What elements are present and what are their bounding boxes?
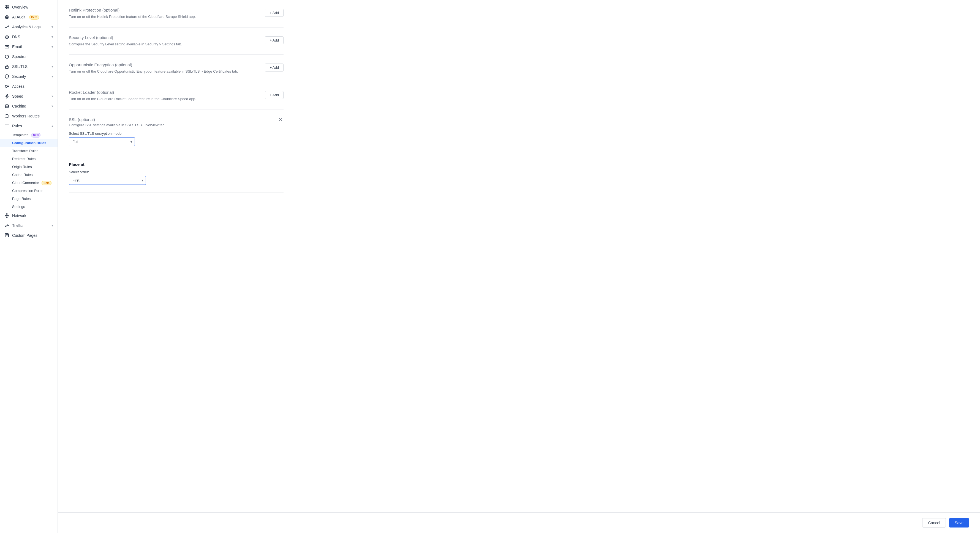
sub-item-cloud-connector[interactable]: Cloud Connector Beta <box>0 179 57 187</box>
sub-item-compression-rules[interactable]: Compression Rules <box>0 187 57 195</box>
footer-bar: Cancel Save <box>58 512 980 533</box>
ssl-close-button[interactable]: ✕ <box>277 117 283 122</box>
chevron-icon: ▾ <box>51 224 53 227</box>
sidebar-item-traffic[interactable]: Traffic ▾ <box>0 220 57 230</box>
ssl-section: SSL (optional) Configure SSL settings av… <box>69 109 283 154</box>
sub-item-origin-rules[interactable]: Origin Rules <box>0 163 57 171</box>
security-level-add-button[interactable]: + Add <box>265 36 283 44</box>
place-at-label: Select order: <box>69 170 283 174</box>
sidebar-item-label: Overview <box>12 5 28 10</box>
ssl-title: SSL (optional) <box>69 117 165 122</box>
overview-icon <box>5 5 10 10</box>
beta-badge: Beta <box>29 15 39 19</box>
chevron-icon: ▾ <box>51 35 53 39</box>
rocket-loader-row: Rocket Loader (optional) Turn on or off … <box>69 82 283 110</box>
sidebar-item-spectrum[interactable]: Spectrum <box>0 52 57 62</box>
rocket-loader-title: Rocket Loader (optional) <box>69 90 259 95</box>
security-level-desc: Configure the Security Level setting ava… <box>69 41 259 47</box>
sidebar-item-label: Custom Pages <box>12 233 37 238</box>
svg-rect-2 <box>5 8 6 9</box>
optional-label: (optional) <box>96 35 113 40</box>
svg-point-14 <box>5 105 8 106</box>
chevron-icon: ▾ <box>51 45 53 49</box>
rocket-loader-desc: Turn on or off the Cloudflare Rocket Loa… <box>69 96 259 102</box>
sidebar-item-label: DNS <box>12 35 21 39</box>
sub-item-cache-rules[interactable]: Cache Rules <box>0 171 57 179</box>
key-icon <box>5 84 10 89</box>
ssl-title-block: SSL (optional) Configure SSL settings av… <box>69 117 165 127</box>
sidebar-item-label: Workers Routes <box>12 114 40 118</box>
sidebar-item-label: AI Audit <box>12 15 25 19</box>
opportunistic-encryption-title: Opportunistic Encryption (optional) <box>69 62 259 67</box>
sidebar-item-label: Security <box>12 74 26 79</box>
sub-item-templates[interactable]: Templates New <box>0 131 57 139</box>
sidebar-item-caching[interactable]: Caching ▾ <box>0 101 57 111</box>
place-at-select-group: Select order: First Last Custom <box>69 170 283 185</box>
pages-icon <box>5 233 10 238</box>
sidebar-item-label: Caching <box>12 104 26 108</box>
sub-item-redirect-rules[interactable]: Redirect Rules <box>0 155 57 163</box>
place-at-select[interactable]: First Last Custom <box>69 176 146 185</box>
sidebar: Overview AI Audit Beta Analytics & Logs … <box>0 0 58 533</box>
sidebar-item-label: Access <box>12 84 24 89</box>
optional-label: (optional) <box>78 117 95 122</box>
ssl-select-label: Select SSL/TLS encryption mode <box>69 132 283 136</box>
rocket-loader-add-button[interactable]: + Add <box>265 91 283 99</box>
sidebar-item-rules[interactable]: Rules ▴ <box>0 121 57 131</box>
content-area: Hotlink Protection (optional) Turn on or… <box>58 0 294 209</box>
cancel-button[interactable]: Cancel <box>922 518 946 528</box>
sidebar-item-custom-pages[interactable]: Custom Pages <box>0 230 57 240</box>
sidebar-item-ai-audit[interactable]: AI Audit Beta <box>0 12 57 22</box>
sidebar-item-email[interactable]: Email ▾ <box>0 42 57 52</box>
ssl-select-group: Select SSL/TLS encryption mode Off Flexi… <box>69 132 283 146</box>
opportunistic-encryption-row: Opportunistic Encryption (optional) Turn… <box>69 55 283 82</box>
sidebar-item-workers-routes[interactable]: Workers Routes <box>0 111 57 121</box>
rocket-loader-info: Rocket Loader (optional) Turn on or off … <box>69 90 259 102</box>
svg-rect-0 <box>5 5 6 7</box>
svg-point-6 <box>7 17 8 17</box>
place-at-title: Place at <box>69 162 283 167</box>
sidebar-item-label: Traffic <box>12 223 22 228</box>
robot-icon <box>5 14 10 19</box>
sidebar-item-label: Analytics & Logs <box>12 25 41 29</box>
ssl-select-wrapper: Off Flexible Full Full (strict) Strict <box>69 137 135 146</box>
sidebar-item-dns[interactable]: DNS ▾ <box>0 32 57 42</box>
hotlink-protection-info: Hotlink Protection (optional) Turn on or… <box>69 8 259 19</box>
sidebar-item-overview[interactable]: Overview <box>0 2 57 12</box>
ssl-encryption-select[interactable]: Off Flexible Full Full (strict) Strict <box>69 137 135 146</box>
main-content: Hotlink Protection (optional) Turn on or… <box>58 0 980 512</box>
workers-icon <box>5 114 10 119</box>
traffic-icon <box>5 223 10 228</box>
lock-icon <box>5 64 10 69</box>
svg-marker-15 <box>5 114 9 118</box>
save-button[interactable]: Save <box>949 518 969 528</box>
sidebar-item-network[interactable]: Network <box>0 211 57 220</box>
sidebar-item-security[interactable]: Security ▾ <box>0 71 57 81</box>
chevron-icon: ▾ <box>51 104 53 108</box>
hotlink-protection-title: Hotlink Protection (optional) <box>69 8 259 13</box>
new-badge: New <box>31 133 41 138</box>
sub-item-transform-rules[interactable]: Transform Rules <box>0 147 57 155</box>
sidebar-item-speed[interactable]: Speed ▾ <box>0 91 57 101</box>
place-at-select-wrapper: First Last Custom <box>69 176 146 185</box>
spectrum-icon <box>5 54 10 59</box>
svg-rect-1 <box>7 5 9 7</box>
beta-badge: Beta <box>41 181 51 186</box>
sidebar-item-label: SSL/TLS <box>12 64 27 69</box>
sidebar-item-ssl-tls[interactable]: SSL/TLS ▾ <box>0 62 57 71</box>
sidebar-item-label: Email <box>12 44 22 49</box>
sub-item-settings[interactable]: Settings <box>0 203 57 211</box>
opportunistic-encryption-add-button[interactable]: + Add <box>265 63 283 71</box>
sub-item-page-rules[interactable]: Page Rules <box>0 195 57 203</box>
svg-point-5 <box>6 17 6 17</box>
security-level-title: Security Level (optional) <box>69 35 259 40</box>
opportunistic-encryption-desc: Turn on or off the Cloudflare Opportunis… <box>69 69 259 74</box>
sidebar-item-access[interactable]: Access <box>0 81 57 91</box>
hotlink-protection-add-button[interactable]: + Add <box>265 9 283 17</box>
sub-item-configuration-rules[interactable]: Configuration Rules <box>0 139 57 147</box>
sidebar-item-label: Rules <box>12 124 22 128</box>
shield-icon <box>5 74 10 79</box>
sidebar-item-analytics-logs[interactable]: Analytics & Logs ▾ <box>0 22 57 32</box>
chevron-icon: ▾ <box>51 65 53 68</box>
svg-rect-3 <box>7 8 9 9</box>
